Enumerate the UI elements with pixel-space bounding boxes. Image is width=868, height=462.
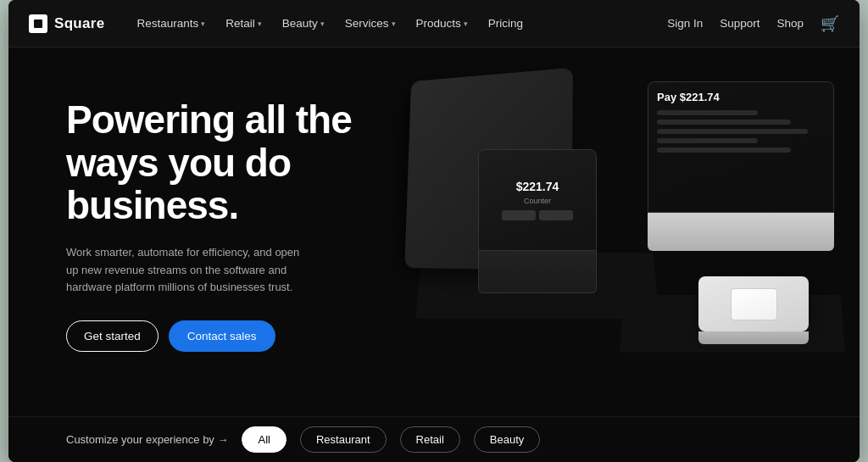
hero-content: Powering all the ways you do business. W… [66,98,354,352]
nav-item-restaurants[interactable]: Restaurants ▾ [128,12,214,35]
navbar-right: Sign In Support Shop 🛒 [667,14,839,33]
monitor-line-2 [657,120,791,125]
monitor-device: Pay $221.74 [648,81,834,251]
monitor-amount: Pay $221.74 [657,91,825,103]
monitor-screen: Pay $221.74 [648,81,834,213]
bottom-bar: Customize your experience by → All Resta… [8,416,860,462]
pos-stand [478,251,597,293]
hero-buttons: Get started Contact sales [66,320,354,352]
logo-text: Square [54,15,104,32]
filter-beauty-button[interactable]: Beauty [474,426,540,453]
monitor-base [648,213,834,251]
reader-base [698,331,809,344]
filter-retail-button[interactable]: Retail [400,426,460,453]
sign-in-link[interactable]: Sign In [667,17,703,30]
monitor-line-4 [657,138,758,143]
filter-restaurant-button[interactable]: Restaurant [300,426,387,453]
nav-item-retail[interactable]: Retail ▾ [217,12,270,35]
navbar: Square Restaurants ▾ Retail ▾ Beauty ▾ S… [8,0,860,47]
cart-icon[interactable]: 🛒 [821,14,839,33]
pos-screen: $221.74 Counter [478,149,597,251]
get-started-button[interactable]: Get started [66,320,159,352]
reader-phone [731,288,777,320]
monitor-line-5 [657,148,791,153]
hero-subtitle: Work smarter, automate for efficiency, a… [66,244,303,297]
pos-btn-2 [539,210,573,220]
chevron-down-icon: ▾ [201,19,205,28]
pos-amount: $221.74 [516,180,559,193]
monitor-line-3 [657,129,808,134]
chevron-down-icon: ▾ [320,19,325,28]
nav-item-pricing[interactable]: Pricing [480,12,531,35]
card-reader [698,276,809,344]
browser-window: Square Restaurants ▾ Retail ▾ Beauty ▾ S… [8,0,860,462]
pos-terminal: $221.74 Counter [478,149,597,293]
logo-inner [34,19,42,28]
logo[interactable]: Square [29,14,104,33]
chevron-down-icon: ▾ [464,19,468,28]
chevron-down-icon: ▾ [392,19,396,28]
pos-buttons [502,210,573,220]
reader-body [698,276,809,331]
hero-title: Powering all the ways you do business. [66,98,354,227]
support-link[interactable]: Support [720,17,760,30]
filter-all-button[interactable]: All [242,426,286,453]
monitor-line-1 [657,110,758,115]
hero-devices: $221.74 Counter Pay $221.74 [368,47,860,387]
nav-item-beauty[interactable]: Beauty ▾ [274,12,333,35]
customize-text: Customize your experience by → [66,433,228,446]
chevron-down-icon: ▾ [258,19,262,28]
contact-sales-button[interactable]: Contact sales [169,320,275,352]
hero-section: Powering all the ways you do business. W… [8,47,860,416]
logo-icon [29,14,47,33]
pos-label: Counter [524,197,551,205]
shop-link[interactable]: Shop [776,17,804,30]
nav-item-services[interactable]: Services ▾ [337,12,404,35]
pos-btn-1 [502,210,536,220]
navbar-nav: Restaurants ▾ Retail ▾ Beauty ▾ Services… [128,12,667,35]
nav-item-products[interactable]: Products ▾ [408,12,476,35]
